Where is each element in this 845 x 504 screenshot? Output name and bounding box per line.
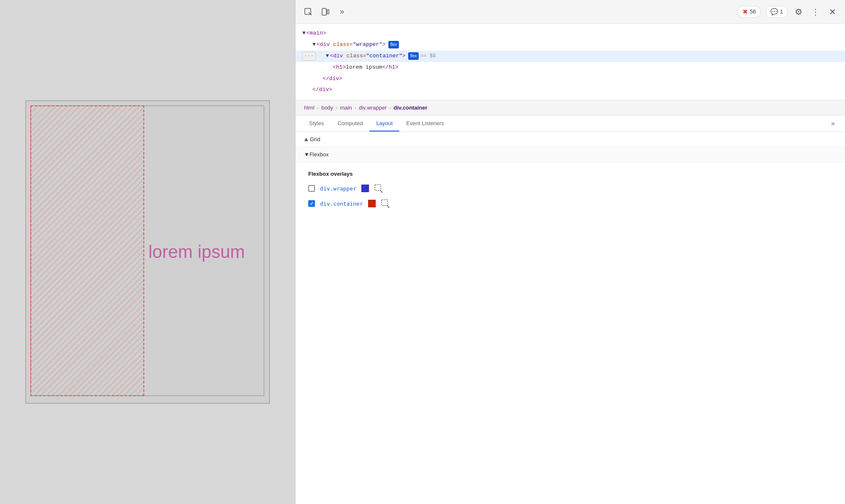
tag-main: <main> bbox=[307, 29, 326, 38]
flex-badge-wrapper[interactable]: flex bbox=[388, 41, 399, 48]
tag-div-wrapper: <div class="wrapper"> bbox=[317, 40, 386, 49]
wrapper-color-swatch[interactable] bbox=[361, 185, 369, 192]
tabs-bar: Styles Computed Layout Event Listeners » bbox=[296, 115, 845, 132]
breadcrumb-main[interactable]: main bbox=[338, 104, 353, 112]
close-button[interactable]: ✕ bbox=[826, 6, 838, 18]
container-color-swatch[interactable] bbox=[368, 200, 376, 207]
ellipsis-button[interactable]: ··· bbox=[302, 52, 316, 61]
error-count: 56 bbox=[750, 8, 756, 15]
close-icon: ✕ bbox=[829, 7, 836, 17]
flexbox-section-header[interactable]: ▼ Flexbox bbox=[296, 147, 845, 162]
console-count: 1 bbox=[780, 8, 783, 15]
settings-button[interactable]: ⚙ bbox=[793, 6, 805, 18]
breadcrumb-bar: html › body › main › div.wrapper › div.c… bbox=[296, 100, 845, 115]
container-overlay-icon[interactable] bbox=[381, 199, 390, 208]
tree-row-container[interactable]: ··· ▼ <div class="container"> flex == $0 bbox=[296, 51, 845, 62]
wrapper-overlay-name[interactable]: div.wrapper bbox=[320, 185, 356, 192]
tabs-more-button[interactable]: » bbox=[828, 115, 838, 131]
tag-div-container: <div class="container"> bbox=[330, 52, 405, 61]
more-options-button[interactable]: ⋮ bbox=[810, 6, 821, 18]
console-icon: 💬 bbox=[770, 8, 778, 16]
flexbox-overlays-label: Flexbox overlays bbox=[308, 171, 832, 177]
svg-rect-1 bbox=[322, 8, 326, 15]
ellipsis-icon: ⋮ bbox=[811, 7, 820, 17]
tree-arrow: ▼ bbox=[312, 40, 316, 49]
browser-content: lorem ipsum bbox=[25, 100, 270, 404]
tree-row-h1[interactable]: <h1>lorem ipsum</h1> bbox=[296, 62, 845, 73]
viewport-panel: lorem ipsum bbox=[0, 0, 295, 504]
tree-row-close-div[interactable]: </div> bbox=[296, 73, 845, 85]
console-badge[interactable]: 💬 1 bbox=[766, 6, 788, 18]
breadcrumb-body[interactable]: body bbox=[320, 104, 335, 112]
wrapper-checkbox[interactable] bbox=[308, 185, 315, 192]
devtools-toolbar: » ✖ 56 💬 1 ⚙ ⋮ ✕ bbox=[296, 0, 845, 24]
tag-h1: <h1>lorem ipsum</h1> bbox=[333, 63, 398, 72]
tree-arrow: ▼ bbox=[302, 29, 306, 38]
breadcrumb-container[interactable]: div.container bbox=[392, 104, 429, 112]
flexbox-content: Flexbox overlays div.wrapper bbox=[296, 162, 845, 223]
tree-arrow: ▼ bbox=[326, 52, 329, 61]
grid-section-header[interactable]: ▶ Grid bbox=[296, 132, 845, 147]
devtools-panel: » ✖ 56 💬 1 ⚙ ⋮ ✕ ▼ <main> bbox=[295, 0, 845, 504]
chevron-right-icon: » bbox=[340, 7, 344, 16]
overlay-row-container: div.container bbox=[308, 199, 832, 208]
html-tree: ▼ <main> ▼ <div class="wrapper"> flex ··… bbox=[296, 24, 845, 100]
tag-close-div2: </div> bbox=[312, 86, 332, 94]
wrapper-overlay-icon[interactable] bbox=[374, 184, 383, 193]
flexbox-arrow-icon: ▼ bbox=[304, 151, 309, 158]
lorem-ipsum-text: lorem ipsum bbox=[148, 242, 245, 262]
tag-close-div: </div> bbox=[323, 75, 342, 83]
svg-rect-2 bbox=[327, 10, 329, 14]
flexbox-section-label: Flexbox bbox=[309, 151, 329, 158]
tab-event-listeners[interactable]: Event Listeners bbox=[399, 116, 451, 131]
more-tools-button[interactable]: » bbox=[336, 6, 348, 18]
grid-section-label: Grid bbox=[310, 136, 320, 142]
flex-badge-container[interactable]: flex bbox=[408, 52, 419, 60]
error-badge[interactable]: ✖ 56 bbox=[738, 6, 760, 18]
inspect-element-button[interactable] bbox=[302, 6, 314, 18]
svg-rect-3 bbox=[375, 185, 381, 190]
gear-icon: ⚙ bbox=[795, 7, 802, 17]
svg-rect-5 bbox=[382, 200, 388, 206]
container-checkbox[interactable] bbox=[308, 200, 315, 207]
devtools-content: ▶ Grid ▼ Flexbox Flexbox overlays div.wr… bbox=[296, 132, 845, 504]
tree-row-close-div2[interactable]: </div> bbox=[296, 84, 845, 96]
tab-layout[interactable]: Layout bbox=[369, 116, 399, 131]
breadcrumb-html[interactable]: html bbox=[302, 104, 316, 112]
container-overlay-name[interactable]: div.container bbox=[320, 201, 363, 207]
error-icon: ✖ bbox=[743, 8, 748, 16]
overlay-row-wrapper: div.wrapper bbox=[308, 184, 832, 193]
tree-row-main[interactable]: ▼ <main> bbox=[296, 28, 845, 39]
device-toolbar-button[interactable] bbox=[319, 6, 331, 18]
flexbox-section: ▼ Flexbox Flexbox overlays div.wrapper bbox=[296, 147, 845, 223]
breadcrumb-wrapper[interactable]: div.wrapper bbox=[357, 104, 388, 112]
tab-styles[interactable]: Styles bbox=[302, 116, 331, 131]
tab-computed[interactable]: Computed bbox=[331, 116, 369, 131]
grid-arrow-icon: ▶ bbox=[303, 138, 309, 141]
eq-badge: == $0 bbox=[420, 52, 436, 60]
flex-container-overlay bbox=[30, 105, 144, 396]
tree-row-wrapper[interactable]: ▼ <div class="wrapper"> flex bbox=[296, 39, 845, 51]
